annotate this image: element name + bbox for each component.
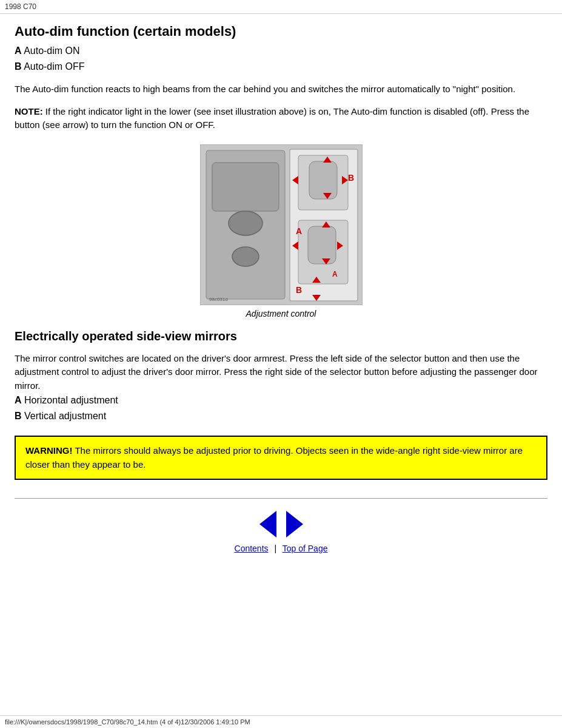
nav-arrows <box>15 511 547 538</box>
svg-text:A: A <box>296 226 302 236</box>
top-of-page-link[interactable]: Top of Page <box>283 544 328 553</box>
svg-text:B: B <box>296 285 302 295</box>
svg-text:98c031d: 98c031d <box>209 297 228 302</box>
image-caption-text: Adjustment control <box>246 309 316 318</box>
svg-rect-2 <box>212 163 279 211</box>
note-body: If the right indicator light in the lowe… <box>15 106 529 130</box>
section1-body: The Auto-dim function reacts to high bea… <box>15 83 547 96</box>
adjustment-control-image: B A A B <box>200 144 363 305</box>
contents-link[interactable]: Contents <box>235 544 269 553</box>
bottom-bar: file:///K|/ownersdocs/1998/1998_C70/98c7… <box>0 715 562 728</box>
top-bar-label: 1998 C70 <box>5 2 36 11</box>
warning-text: The mirrors should always be adjusted pr… <box>25 445 523 470</box>
image-caption: Adjustment control <box>15 309 547 318</box>
section2-body: The mirror control switches are located … <box>15 352 547 393</box>
top-bar: 1998 C70 <box>0 0 562 14</box>
label-a-text: Auto-dim ON <box>22 46 80 56</box>
section2-label-a-bold: A <box>15 395 22 405</box>
divider <box>15 498 547 499</box>
prev-page-button[interactable] <box>259 511 276 538</box>
section1-title: Auto-dim function (certain models) <box>15 24 547 39</box>
section2-label-a-text: Horizontal adjustment <box>22 395 118 405</box>
nav-separator: | <box>274 544 276 553</box>
label-a-line: A Auto-dim ON <box>15 43 547 59</box>
svg-text:B: B <box>348 173 354 183</box>
nav-links: Contents | Top of Page <box>15 544 547 553</box>
svg-rect-7 <box>309 161 337 199</box>
label-b-text: Auto-dim OFF <box>22 61 85 72</box>
next-page-button[interactable] <box>286 511 303 538</box>
svg-rect-14 <box>308 226 336 264</box>
section2-label-b-bold: B <box>15 411 22 421</box>
section1-note: NOTE: If the right indicator light in th… <box>15 105 547 132</box>
section2-label-b-text: Vertical adjustment <box>22 411 107 421</box>
note-label: NOTE: <box>15 106 43 116</box>
main-content: Auto-dim function (certain models) A Aut… <box>0 14 562 608</box>
label-a-bold: A <box>15 46 22 56</box>
label-b-bold: B <box>15 61 22 72</box>
bottom-bar-text: file:///K|/ownersdocs/1998/1998_C70/98c7… <box>5 718 250 726</box>
svg-point-3 <box>229 211 263 235</box>
image-block: B A A B <box>15 144 547 305</box>
svg-text:A: A <box>332 270 338 278</box>
section2-label-a-line: A Horizontal adjustment <box>15 393 547 408</box>
section2-title: Electrically operated side-view mirrors <box>15 329 547 343</box>
warning-label: WARNING! <box>25 445 73 456</box>
section2-label-b-line: B Vertical adjustment <box>15 408 547 424</box>
label-b-line: B Auto-dim OFF <box>15 59 547 75</box>
warning-box: WARNING! The mirrors should always be ad… <box>15 436 547 480</box>
svg-point-4 <box>232 247 259 266</box>
